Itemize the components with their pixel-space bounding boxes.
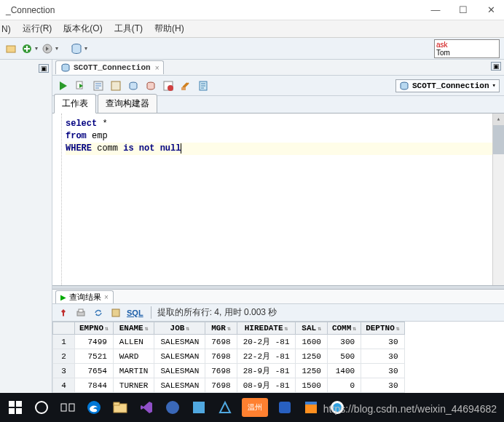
col-sal[interactable]: SAL⇅ — [296, 322, 327, 335]
col-empno[interactable]: EMPNO⇅ — [75, 322, 114, 335]
tab-query-result[interactable]: ▶ 查询结果 × — [55, 290, 114, 303]
col-mgr[interactable]: MGR⇅ — [205, 322, 237, 335]
table-row[interactable]: 17499ALLENSALESMAN769820-2月 -81160030030 — [53, 335, 405, 349]
open-icon[interactable] — [4, 42, 17, 55]
svg-rect-24 — [69, 404, 74, 411]
run-statement-icon[interactable] — [57, 79, 70, 92]
db-icon — [399, 81, 409, 91]
tab-worksheet[interactable]: 工作表 — [54, 94, 96, 114]
nav-icon[interactable] — [41, 42, 54, 55]
svg-rect-20 — [9, 408, 15, 414]
tab-close-icon[interactable]: × — [155, 64, 160, 72]
svg-rect-16 — [79, 309, 83, 312]
svg-rect-21 — [16, 408, 22, 414]
explain-plan-icon[interactable] — [92, 79, 105, 92]
svg-rect-27 — [114, 402, 119, 405]
app-icon-4[interactable]: 温州 — [242, 398, 268, 417]
app-icon-5[interactable] — [275, 398, 294, 417]
dropdown-icon[interactable]: ▾ — [55, 45, 58, 52]
dropdown-icon[interactable]: ▾ — [35, 45, 38, 52]
svg-rect-23 — [61, 404, 66, 411]
menu-run[interactable]: 运行(R) — [23, 23, 52, 35]
svg-rect-29 — [193, 402, 205, 413]
autotrace-icon[interactable] — [109, 79, 122, 92]
menu-tools[interactable]: 工具(T) — [114, 23, 143, 35]
export-icon[interactable] — [109, 306, 122, 319]
col-hiredate[interactable]: HIREDATE⇅ — [237, 322, 296, 335]
results-toolbar: SQL 提取的所有行: 4, 用时 0.003 秒 — [52, 304, 504, 322]
run-script-icon[interactable] — [74, 79, 87, 92]
results-status: 提取的所有行: 4, 用时 0.003 秒 — [151, 306, 277, 319]
clear-icon[interactable] — [179, 79, 192, 92]
menu-n[interactable]: N) — [1, 24, 11, 34]
results-grid[interactable]: EMPNO⇅ENAME⇅JOB⇅MGR⇅HIREDATE⇅SAL⇅COMM⇅DE… — [52, 322, 504, 393]
sql-link[interactable]: SQL — [127, 308, 143, 317]
menubar: N) 运行(R) 版本化(O) 工具(T) 帮助(H) — [0, 20, 504, 38]
maximize-button[interactable]: ☐ — [456, 3, 470, 17]
explorer-icon[interactable] — [111, 398, 130, 417]
svg-rect-7 — [111, 81, 120, 90]
col-ename[interactable]: ENAME⇅ — [113, 322, 154, 335]
svg-rect-32 — [305, 402, 317, 405]
commit-icon[interactable] — [127, 79, 140, 92]
text-cursor — [181, 143, 181, 154]
vs-icon[interactable] — [137, 398, 156, 417]
minimize-button[interactable]: — — [428, 3, 443, 17]
tab-scott-connection[interactable]: SCOTT_Connection × — [55, 60, 164, 74]
window-titlebar: _Connection — ☐ ✕ — [0, 0, 504, 20]
start-button[interactable] — [6, 398, 25, 417]
pin-icon[interactable] — [57, 306, 70, 319]
rollback-icon[interactable] — [144, 79, 157, 92]
svg-point-28 — [166, 401, 179, 414]
svg-point-11 — [168, 85, 173, 91]
scroll-up-icon[interactable]: ▴ — [493, 114, 504, 125]
print-icon[interactable] — [74, 306, 87, 319]
close-button[interactable]: ✕ — [484, 3, 498, 17]
col-job[interactable]: JOB⇅ — [154, 322, 205, 335]
sql-editor[interactable]: select * from emp WHERE comm is not null… — [52, 114, 504, 285]
svg-rect-30 — [279, 402, 291, 413]
cortana-icon[interactable] — [32, 398, 51, 417]
row-header — [53, 322, 75, 335]
unshared-icon[interactable] — [162, 79, 175, 92]
db-icon[interactable] — [70, 42, 83, 55]
dropdown-icon: ▾ — [492, 81, 496, 89]
svg-rect-0 — [7, 46, 15, 52]
col-comm[interactable]: COMM⇅ — [327, 322, 361, 335]
collapse-left-icon[interactable]: ▣ — [39, 64, 49, 73]
table-row[interactable]: 47844TURNERSALESMAN769808-9月 -811500030 — [53, 378, 405, 393]
refresh-icon[interactable] — [92, 306, 105, 319]
table-row[interactable]: 37654MARTINSALESMAN769828-9月 -8112501400… — [53, 364, 405, 378]
results-panel: ▶ 查询结果 × SQL 提取的所有行: 4, 用时 0.003 秒 EMPNO… — [52, 290, 504, 393]
tom-label: Tom — [436, 49, 497, 57]
scroll-thumb[interactable] — [493, 125, 504, 154]
tab-close-icon[interactable]: × — [104, 293, 109, 301]
menu-version[interactable]: 版本化(O) — [63, 23, 102, 35]
worksheet-subtabs: 工作表 查询构建器 — [52, 96, 504, 114]
sql-toolbar: SCOTT_Connection ▾ — [52, 76, 504, 96]
editor-scrollbar[interactable]: ▴ — [492, 114, 504, 285]
edge-icon[interactable] — [84, 398, 103, 417]
new-icon[interactable] — [20, 42, 34, 55]
app-icon-1[interactable] — [163, 398, 182, 417]
menu-help[interactable]: 帮助(H) — [154, 23, 184, 35]
ask-tom-box[interactable]: ask Tom — [434, 39, 500, 58]
col-deptno[interactable]: DEPTNO⇅ — [361, 322, 404, 335]
results-tab-label: 查询结果 — [69, 292, 101, 303]
app-icon-3[interactable] — [216, 398, 235, 417]
svg-rect-12 — [181, 87, 186, 90]
connection-selector[interactable]: SCOTT_Connection ▾ — [395, 79, 500, 92]
editor-tabs: SCOTT_Connection × ▣ — [52, 60, 504, 76]
app-icon-6[interactable] — [302, 398, 320, 417]
app-icon-2[interactable] — [189, 398, 208, 417]
collapse-right-icon[interactable]: ▣ — [491, 62, 501, 71]
dropdown-icon[interactable]: ▾ — [84, 45, 87, 52]
history-icon[interactable] — [197, 79, 210, 92]
table-row[interactable]: 27521WARDSALESMAN769822-2月 -81125050030 — [53, 349, 405, 364]
kw-from: from — [66, 131, 87, 141]
connection-name: SCOTT_Connection — [412, 81, 489, 90]
worksheet-icon — [60, 63, 71, 73]
svg-point-22 — [36, 402, 47, 413]
task-view-icon[interactable] — [58, 398, 77, 417]
tab-query-builder[interactable]: 查询构建器 — [98, 94, 157, 114]
